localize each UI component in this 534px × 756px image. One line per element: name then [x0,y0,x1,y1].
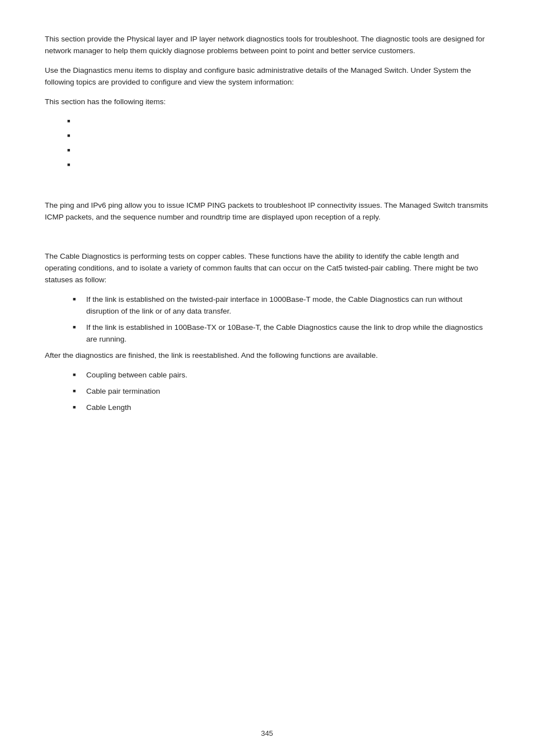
cable-status-text-2: If the link is established in 100Base-TX… [86,323,483,343]
page-number: 345 [261,728,273,739]
function-item-1: Coupling between cable pairs. [73,370,489,381]
cable-intro-paragraph: The Cable Diagnostics is performing test… [45,251,489,286]
bullet-item-3 [67,145,489,157]
cable-status-item-2: If the link is established in 100Base-TX… [73,322,489,346]
intro-text-1: This section provide the Physical layer … [45,35,485,55]
after-diag-text: After the diagnostics are finished, the … [45,351,378,360]
functions-list: Coupling between cable pairs. Cable pair… [73,370,489,414]
cable-intro-text: The Cable Diagnostics is performing test… [45,252,478,284]
function-item-2: Cable pair termination [73,386,489,398]
cable-status-item-1: If the link is established on the twiste… [73,294,489,318]
function-text-1: Coupling between cable pairs. [86,371,188,379]
after-diag-paragraph: After the diagnostics are finished, the … [45,350,489,362]
intro-text-3: This section has the following items: [45,97,166,106]
function-item-3: Cable Length [73,402,489,414]
bullet-item-2 [67,130,489,143]
intro-paragraph-1: This section provide the Physical layer … [45,34,489,57]
ping-paragraph: The ping and IPv6 ping allow you to issu… [45,200,489,223]
page: This section provide the Physical layer … [0,0,534,756]
empty-bullet-list [67,116,489,172]
intro-paragraph-3: This section has the following items: [45,96,489,108]
cable-status-list: If the link is established on the twiste… [73,294,489,346]
bullet-item-1 [67,116,489,128]
bullet-item-4 [67,160,489,172]
intro-text-2: Use the Diagnastics menu items to displa… [45,66,471,86]
ping-text: The ping and IPv6 ping allow you to issu… [45,201,488,221]
function-text-2: Cable pair termination [86,387,160,395]
function-text-3: Cable Length [86,403,131,412]
cable-status-text-1: If the link is established on the twiste… [86,295,462,315]
intro-paragraph-2: Use the Diagnastics menu items to displa… [45,65,489,88]
